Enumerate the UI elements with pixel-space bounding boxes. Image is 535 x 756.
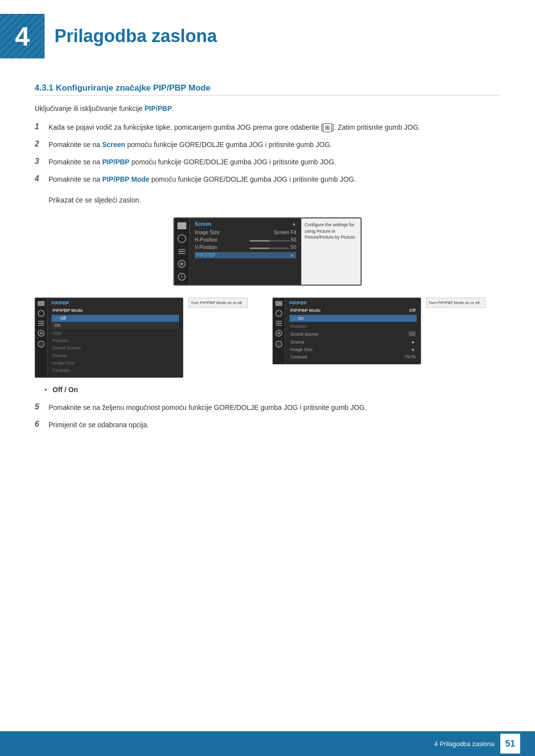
panel-brightness-icon <box>38 310 45 317</box>
step4-highlight: PIP/PBP Mode <box>102 175 149 183</box>
panel-menu-icon <box>38 321 44 326</box>
spacer-between-panels <box>193 298 263 378</box>
info-icon: i <box>178 273 186 281</box>
monitor-section-title: Screen ▲ <box>195 221 296 227</box>
step6-text: Primijenit će se odabrana opcija. <box>49 420 500 430</box>
main-content: 4.3.1 Konfiguriranje značajke PIP/PBP Mo… <box>0 83 535 479</box>
step-3: 3 Pomaknite se na PIP/PBP pomoću funkcij… <box>35 157 500 167</box>
panel-right-content: PIP/PBP PIP/PBP Mode Off ✓ On Position <box>285 298 421 364</box>
step-1: 1 Kada se pojavi vodič za funkcijske tip… <box>35 122 500 133</box>
panel-right-position: Position <box>289 323 417 329</box>
menu-icon <box>177 248 186 255</box>
panel-gear-icon <box>38 330 45 337</box>
sound-source-square <box>409 331 416 336</box>
panel-right-imagesize: Image Size ► <box>289 347 417 353</box>
panel-left-position: Position <box>52 338 179 344</box>
panel-right-wrapper: i PIP/PBP PIP/PBP Mode Off ✓ On <box>272 298 421 378</box>
footer-text: 4 Prilagodba zaslona <box>434 740 494 748</box>
panel-left-size: Size <box>52 330 179 336</box>
diagram-area: i Screen ▲ Image Size Screen Fit H-Posit… <box>35 217 500 286</box>
brightness-icon <box>177 234 186 243</box>
step-4: 4 Pomaknite se na PIP/PBP Mode pomoću fu… <box>35 174 500 205</box>
steps-list: 1 Kada se pojavi vodič za funkcijske tip… <box>35 122 500 205</box>
panel-right-dropdown: ✓ On <box>289 315 417 322</box>
panel-r-gear-icon <box>275 330 282 337</box>
section-number: 4.3.1 <box>35 83 54 93</box>
panel-left-dropdown: ✓ Off On <box>52 315 179 329</box>
intro-text-after: . <box>172 104 174 112</box>
chapter-title: Prilagodba zaslona <box>54 26 217 47</box>
panel-left-icons: i <box>35 298 48 377</box>
panel-right-mode-row: PIP/PBP Mode Off <box>289 307 417 313</box>
panel-right-title: PIP/PBP <box>289 301 417 305</box>
panel-right-soundsource: Sound Source <box>289 331 417 338</box>
step-6: 6 Primijenit će se odabrana opcija. <box>35 420 500 430</box>
bullet-item-off-on: Off / On <box>45 386 500 394</box>
panel-right-source: Source ► <box>289 339 417 345</box>
panel-right-note: Turn PIP/PBP Mode on or off. <box>426 298 485 308</box>
section-heading: Konfiguriranje značajke PIP/PBP Mode <box>56 83 211 93</box>
panel-left-soundsource: Sound Source <box>52 345 179 351</box>
panel-left-title: PIP/PBP <box>52 301 179 305</box>
panel-left-wrapper: i PIP/PBP PIP/PBP Mode ✓ Off <box>35 298 183 378</box>
step3-highlight: PIP/PBP <box>102 158 129 166</box>
panel-r-brightness-icon <box>275 310 282 317</box>
panel-right-icons: i <box>273 298 285 364</box>
panel-r-menu-icon <box>276 321 282 326</box>
intro-text-before: Uključivanje ili isključivanje funkcije <box>35 104 145 112</box>
bullet-text: Off / On <box>53 386 78 394</box>
panel-right: i PIP/PBP PIP/PBP Mode Off ✓ On <box>272 298 421 364</box>
chapter-number: 4 <box>15 21 30 51</box>
monitor-row-vposition: V-Position 50 <box>195 245 296 250</box>
section-title: 4.3.1 Konfiguriranje značajke PIP/PBP Mo… <box>35 83 500 96</box>
panel-left-contrast: Contrast <box>52 367 179 373</box>
step-2: 2 Pomaknite se na Screen pomoću funkcije… <box>35 140 500 150</box>
panel-r-info-icon: i <box>275 341 282 348</box>
gear-icon <box>178 260 186 268</box>
monitor-row-imagesize: Image Size Screen Fit <box>195 230 296 235</box>
panel-screen-icon <box>38 301 45 306</box>
panel-info-icon: i <box>38 341 45 348</box>
monitor-icons: i <box>174 218 190 285</box>
monitor-sidebar: i Screen ▲ Image Size Screen Fit H-Posit… <box>174 218 361 285</box>
two-panels: i PIP/PBP PIP/PBP Mode ✓ Off <box>35 298 500 378</box>
chapter-number-box: 4 <box>0 14 45 58</box>
panel-left-note: Turn PIP/PBP Mode on or off. <box>188 298 248 308</box>
monitor-wrapper: i Screen ▲ Image Size Screen Fit H-Posit… <box>173 217 362 286</box>
panel-left: i PIP/PBP PIP/PBP Mode ✓ Off <box>35 298 183 378</box>
page-footer: 4 Prilagodba zaslona 51 <box>0 731 535 756</box>
panel-left-source: Source <box>52 353 179 358</box>
panel-r-screen-icon <box>275 301 282 306</box>
page-header: 4 Prilagodba zaslona <box>0 0 535 68</box>
footer-page-number: 51 <box>500 734 520 754</box>
bullet-list: Off / On <box>45 386 500 394</box>
step2-highlight: Screen <box>102 141 125 149</box>
panel-left-imagesize: Image Size <box>52 360 179 366</box>
intro-paragraph: Uključivanje ili isključivanje funkcije … <box>35 104 500 112</box>
monitor-content: Screen ▲ Image Size Screen Fit H-Positio… <box>190 218 301 285</box>
diagram-caption: Prikazat će se sljedeći zaslon. <box>49 196 141 204</box>
monitor-ui: i Screen ▲ Image Size Screen Fit H-Posit… <box>173 217 362 286</box>
screen-icon <box>177 222 186 229</box>
monitor-row-hposition: H-Position 50 <box>195 237 296 243</box>
monitor-row-pippbp: PIP/PBP ► <box>195 252 296 258</box>
panel-right-contrast: Contrast 75/75 <box>289 354 417 360</box>
step-5: 5 Pomaknite se na željenu mogućnost pomo… <box>35 403 500 413</box>
steps-list-continued: 5 Pomaknite se na željenu mogućnost pomo… <box>35 403 500 430</box>
panel-left-content: PIP/PBP PIP/PBP Mode ✓ Off On Siz <box>48 298 183 377</box>
monitor-note: Configure the settings for using Picture… <box>301 218 361 285</box>
step5-text: Pomaknite se na željenu mogućnost pomoću… <box>49 403 500 413</box>
panel-left-mode-row: PIP/PBP Mode <box>52 307 179 313</box>
intro-highlight: PIP/PBP <box>145 104 172 112</box>
